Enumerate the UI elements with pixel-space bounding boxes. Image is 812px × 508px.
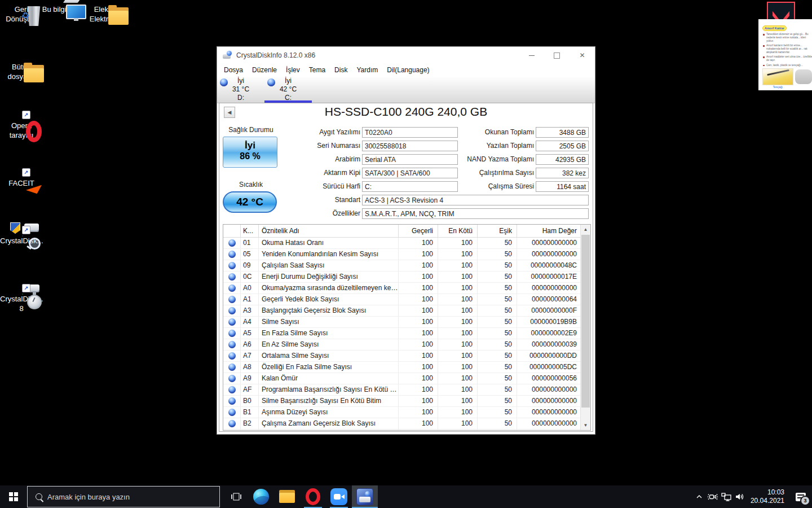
- network-icon[interactable]: [720, 485, 733, 508]
- cell-current: 100: [399, 249, 438, 260]
- table-row[interactable]: 0CEnerji Durumu Değişikliği Sayısı100100…: [223, 271, 581, 283]
- scroll-up-icon[interactable]: ▲: [581, 225, 590, 234]
- cell-id: A3: [241, 305, 259, 316]
- taskbar-app-explorer[interactable]: [274, 485, 300, 508]
- table-row[interactable]: A9Kalan Ömür10010050000000000056: [223, 373, 581, 384]
- cell-worst: 100: [438, 351, 478, 361]
- field-row: Aktarım KipiSATA/300 | SATA/600: [286, 166, 458, 179]
- table-row[interactable]: 09Çalışılan Saat Sayısı10010050000000000…: [223, 260, 581, 271]
- desktop-icon-crystaldisk-setup[interactable]: ↗CrystalDisk...: [0, 235, 43, 246]
- status-sphere-icon: [228, 318, 236, 326]
- health-status-button[interactable]: İyi 86 %: [223, 137, 277, 168]
- table-row[interactable]: A3Başlangıçtaki Geçersiz Blok Sayısı1001…: [223, 305, 581, 317]
- field-label: Arabirim: [286, 155, 362, 163]
- taskbar-app-edge[interactable]: [248, 485, 274, 508]
- task-view-button[interactable]: [228, 485, 245, 508]
- disk-temp: 42 °C: [264, 85, 312, 94]
- search-icon: [36, 493, 42, 500]
- meet-now-icon[interactable]: [706, 485, 720, 508]
- cell-worst: 100: [438, 362, 478, 373]
- menu-item[interactable]: Disk: [330, 65, 352, 75]
- disk-status-icon: [267, 78, 275, 86]
- cell-threshold: 50: [478, 328, 517, 339]
- taskbar-app-zoom[interactable]: [326, 485, 352, 508]
- doc-images: [762, 68, 812, 85]
- cell-id: A4: [241, 317, 259, 327]
- disk-temp: 31 °C: [217, 85, 264, 94]
- table-row[interactable]: B0Silme Başarısızlığı Sayısı En Kötü Bit…: [223, 396, 581, 407]
- table-row[interactable]: AFProgramlama Başarısızlığı Sayısı En Kö…: [223, 384, 581, 396]
- cell-attribute-name: Silme Başarısızlığı Sayısı En Kötü Bitim: [259, 396, 399, 406]
- cell-id: AF: [241, 384, 259, 395]
- field-row: Seri Numarası30025588018: [286, 139, 458, 152]
- cell-raw-value: 000000000000: [517, 283, 581, 294]
- cell-id: 0C: [241, 271, 259, 282]
- cell-threshold: 50: [478, 396, 517, 406]
- close-button[interactable]: ✕: [570, 47, 595, 64]
- table-row[interactable]: A5En Fazla Silme Sayısı10010050000000000…: [223, 328, 581, 339]
- cell-attribute-name: En Fazla Silme Sayısı: [259, 328, 399, 339]
- field-label: Çalışma Süresi: [449, 182, 536, 190]
- disk-tab[interactable]: İyi31 °CD:: [217, 76, 264, 103]
- crystaldiskinfo8-icon: [22, 294, 23, 295]
- table-row[interactable]: A1Geçerli Yedek Blok Sayısı1001005000000…: [223, 294, 581, 305]
- header-id: K...: [241, 225, 259, 237]
- volume-icon[interactable]: [733, 485, 747, 508]
- menu-item[interactable]: Dosya: [219, 65, 248, 75]
- menu-item[interactable]: Tema: [304, 65, 330, 75]
- table-row[interactable]: B5Programlama Başarısızlığı Sayısı100100…: [223, 430, 581, 431]
- disk-tab[interactable]: İyi42 °CC:: [264, 76, 312, 103]
- cell-current: 100: [399, 283, 438, 294]
- temperature-button[interactable]: 42 °C: [223, 191, 277, 213]
- action-center-button[interactable]: 3: [789, 485, 812, 508]
- doc-bullet: Amorf maddeler sert olma öze... özellikl…: [766, 55, 812, 62]
- table-row[interactable]: A4Silme Sayısı10010050000000019B9B: [223, 317, 581, 328]
- table-row[interactable]: A6En Az Silme Sayısı10010050000000000039: [223, 339, 581, 351]
- status-sphere-icon: [228, 375, 236, 382]
- desktop-icon-faceit[interactable]: ↗FACEIT: [0, 177, 43, 189]
- desktop-icon-crystaldisk-8[interactable]: ↗CrystalDisk... 8: [0, 293, 43, 314]
- table-row[interactable]: 05Yeniden Konumlandırılan Kesim Sayısı10…: [223, 249, 581, 260]
- search-input[interactable]: Aramak için buraya yazın: [27, 486, 220, 507]
- field-label: Sürücü Harfi: [286, 182, 362, 190]
- table-row[interactable]: 01Okuma Hatası Oranı10010050000000000000: [223, 238, 581, 249]
- menu-item[interactable]: Dil(Language): [382, 65, 434, 75]
- desktop-icon-recycle-bin[interactable]: ♻Geri Dönüşü...: [0, 3, 43, 24]
- table-row[interactable]: A7Ortalama Silme Sayısı10010050000000000…: [223, 351, 581, 362]
- scroll-down-icon[interactable]: ▼: [581, 421, 590, 430]
- title-bar[interactable]: CrystalDiskInfo 8.12.0 x86 ✕: [217, 47, 595, 64]
- minimize-button[interactable]: [519, 47, 544, 64]
- cell-id: 05: [241, 249, 259, 260]
- clock[interactable]: 10:03 20.04.2021: [751, 488, 784, 505]
- status-sphere-icon: [228, 251, 236, 258]
- taskbar-app-cdi[interactable]: [352, 485, 378, 508]
- desktop-icon-folder-butun[interactable]: Bütün dosyalar: [0, 61, 43, 82]
- cell-raw-value: 000000019B9B: [517, 317, 581, 327]
- header-attribute-name: Öznitelik Adı: [259, 225, 399, 237]
- doc-bullet: Amorf katıların belirli bir erime... nok…: [766, 44, 812, 54]
- table-scrollbar[interactable]: ▲ ▼: [580, 225, 590, 430]
- start-button[interactable]: [0, 485, 27, 508]
- table-row[interactable]: B2Çalışma Zamanı Geçersiz Blok Sayısı100…: [223, 418, 581, 430]
- hidden-icons-chevron[interactable]: [692, 485, 706, 508]
- taskbar-app-opera[interactable]: [300, 485, 326, 508]
- menu-item[interactable]: Düzenle: [248, 65, 281, 75]
- desktop-icon-folder-elektrik[interactable]: Elektrik Elektron...: [85, 3, 127, 24]
- cell-worst: 100: [438, 407, 478, 418]
- status-sphere-icon: [228, 330, 236, 337]
- status-sphere-icon: [228, 409, 236, 416]
- table-row[interactable]: A0Okuma/yazma sırasında düzeltilemeyen k…: [223, 283, 581, 294]
- menu-item[interactable]: İşlev: [281, 65, 304, 75]
- scrollbar-thumb[interactable]: [581, 235, 590, 408]
- document-preview-window: Amorf Katılar Tanecikleri düzensiz ve ge…: [758, 19, 812, 90]
- desktop-icon-this-pc[interactable]: Bu bilgisayar: [42, 3, 85, 15]
- table-row[interactable]: B1Aşınma Düzeyi Sayısı100100500000000000…: [223, 407, 581, 418]
- desktop-icon-opera[interactable]: ↗Opera tarayıcı: [0, 120, 43, 141]
- menu-item[interactable]: Yardım: [352, 65, 382, 75]
- table-row[interactable]: A8Özelliği En Fazla Silme Sayısı10010050…: [223, 362, 581, 373]
- maximize-button[interactable]: [544, 47, 570, 64]
- header-current: Geçerli: [399, 225, 438, 237]
- table-body: 01Okuma Hatası Oranı10010050000000000000…: [223, 238, 590, 431]
- cell-attribute-name: Çalışma Zamanı Geçersiz Blok Sayısı: [259, 418, 399, 429]
- cell-id: B1: [241, 407, 259, 418]
